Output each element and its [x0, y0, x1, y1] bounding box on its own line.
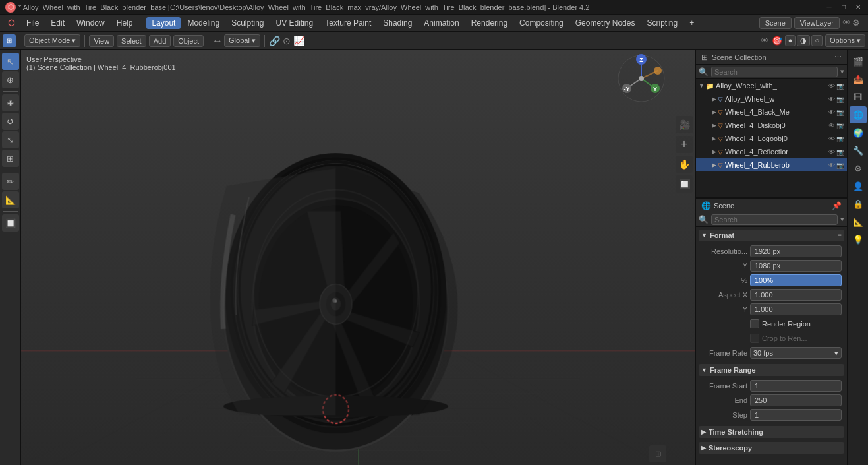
- particles-props-icon[interactable]: 👤: [850, 177, 867, 195]
- viewport-overlay-toggle[interactable]: ⊞: [649, 445, 666, 462]
- frame-rate-dropdown[interactable]: 30 fps ▾: [750, 347, 842, 359]
- zoom-camera-button[interactable]: 🎥: [676, 116, 693, 133]
- viewport[interactable]: User Perspective (1) Scene Collection | …: [21, 50, 695, 465]
- view-layer-props-icon[interactable]: 🎞: [850, 88, 867, 106]
- svg-text:-Y: -Y: [624, 86, 630, 92]
- menu-edit[interactable]: Edit: [45, 17, 70, 29]
- resolution-pct-value[interactable]: 100%: [750, 274, 842, 286]
- menu-uv-editing[interactable]: UV Editing: [271, 17, 319, 29]
- move-view-button[interactable]: ✋: [676, 156, 693, 173]
- move-icon[interactable]: ↔: [212, 35, 223, 47]
- menu-geometry-nodes[interactable]: Geometry Nodes: [570, 17, 641, 29]
- modifier-props-icon[interactable]: ⚙: [850, 160, 867, 177]
- filter-icon[interactable]: ▾: [840, 67, 844, 76]
- window-controls[interactable]: ─ □ ✕: [825, 3, 863, 12]
- proportional-icon[interactable]: ⊙: [283, 36, 291, 46]
- viewlayer-selector[interactable]: ViewLayer: [794, 17, 840, 29]
- props-search-icon: 🔍: [699, 215, 709, 224]
- select-tool-button[interactable]: ↖: [2, 53, 19, 70]
- resolution-y-value[interactable]: 1080 px: [750, 260, 842, 272]
- props-filter-icon[interactable]: ▾: [840, 215, 844, 224]
- outliner-item-black-me[interactable]: ▶ ▽ Wheel_4_Black_Me 👁 📷: [696, 106, 847, 119]
- scene-selector[interactable]: Scene: [759, 17, 792, 29]
- menu-blender[interactable]: ⬡: [3, 17, 20, 29]
- select-menu[interactable]: Select: [117, 35, 146, 47]
- time-stretching-header[interactable]: ▶ Time Stretching: [699, 426, 844, 438]
- object-menu[interactable]: Object: [173, 35, 204, 47]
- transform-selector[interactable]: Global ▾: [224, 34, 260, 47]
- overlay-icon[interactable]: 👁: [761, 36, 769, 46]
- constraints-props-icon[interactable]: 📐: [850, 213, 867, 230]
- menu-compositing[interactable]: Compositing: [514, 17, 569, 29]
- stereoscopy-header[interactable]: ▶ Stereoscopy: [699, 442, 844, 454]
- scale-tool-button[interactable]: ⤡: [2, 131, 19, 148]
- format-menu-icon[interactable]: ≡: [838, 232, 842, 239]
- add-menu[interactable]: Add: [149, 35, 171, 47]
- resolution-x-value[interactable]: 1920 px: [750, 245, 842, 257]
- outliner-scene-collection[interactable]: ▼ 📁 Alloy_Wheel_with_ 👁 📷: [696, 79, 847, 92]
- crop-render-checkbox[interactable]: [750, 334, 759, 343]
- navigation-gizmo[interactable]: Z Y -Y: [617, 54, 666, 104]
- editor-type-button[interactable]: ⊞: [3, 34, 16, 47]
- menu-shading[interactable]: Shading: [378, 17, 417, 29]
- settings-icon[interactable]: ⚙: [852, 18, 860, 28]
- data-props-icon[interactable]: 💡: [850, 231, 867, 248]
- menu-rendering[interactable]: Rendering: [466, 17, 513, 29]
- zoom-in-button[interactable]: +: [676, 136, 693, 153]
- aspect-x-value[interactable]: 1.000: [750, 289, 842, 301]
- minimize-button[interactable]: ─: [825, 3, 834, 12]
- outliner-search-input[interactable]: [711, 67, 838, 77]
- menu-help[interactable]: Help: [111, 17, 138, 29]
- world-props-icon[interactable]: 🌍: [850, 124, 867, 141]
- aspect-y-value[interactable]: 1.000: [750, 303, 842, 315]
- viewport-shading-rendered[interactable]: ○: [811, 35, 823, 46]
- orbit-view-button[interactable]: 🔲: [676, 175, 693, 193]
- snap-icon[interactable]: 🔗: [269, 36, 280, 46]
- output-props-icon[interactable]: 📤: [850, 71, 867, 88]
- outliner-item-rubberobj[interactable]: ▶ ▽ Wheel_4_Rubberob 👁 📷: [696, 158, 847, 171]
- render-region-checkbox[interactable]: [750, 319, 759, 328]
- mode-selector[interactable]: Object Mode ▾: [24, 34, 80, 47]
- viewport-shading-solid[interactable]: ●: [785, 35, 796, 46]
- pin-icon[interactable]: 📌: [832, 201, 842, 210]
- rotate-tool-button[interactable]: ↺: [2, 113, 19, 130]
- menu-animation[interactable]: Animation: [419, 17, 464, 29]
- gizmo-icon[interactable]: 🎯: [772, 36, 782, 46]
- outliner-item-alloy-wheel[interactable]: ▶ ▽ Alloy_Wheel_w 👁 📷: [696, 92, 847, 106]
- maximize-button[interactable]: □: [839, 3, 848, 12]
- measure-tool-button[interactable]: 📐: [2, 191, 19, 208]
- view-icon[interactable]: 👁: [842, 18, 851, 28]
- options-button[interactable]: Options ▾: [825, 34, 865, 47]
- viewport-shading-material[interactable]: ◑: [797, 35, 810, 46]
- menu-add-workspace[interactable]: +: [684, 17, 699, 29]
- graph-icon[interactable]: 📈: [293, 36, 304, 46]
- outliner-options[interactable]: ⋯: [834, 53, 842, 61]
- outliner-item-reflector[interactable]: ▶ ▽ Wheel_4_Reflectior 👁 📷: [696, 145, 847, 158]
- format-section-header[interactable]: ▼ Format ≡: [699, 230, 844, 241]
- menu-layout[interactable]: Layout: [146, 17, 181, 29]
- menu-sculpting[interactable]: Sculpting: [226, 17, 269, 29]
- menu-modeling[interactable]: Modeling: [182, 17, 225, 29]
- close-button[interactable]: ✕: [854, 3, 863, 12]
- frame-end-value[interactable]: 250: [750, 394, 842, 406]
- object-props-icon[interactable]: 🔧: [850, 142, 867, 159]
- cursor-tool-button[interactable]: ⊕: [2, 71, 19, 88]
- frame-start-value[interactable]: 1: [750, 380, 842, 392]
- view-menu[interactable]: View: [89, 35, 114, 47]
- transform-tool-button[interactable]: ⊞: [2, 150, 19, 167]
- render-props-icon[interactable]: 🎬: [850, 53, 867, 70]
- menu-texture-paint[interactable]: Texture Paint: [320, 17, 376, 29]
- outliner-item-diskobj[interactable]: ▶ ▽ Wheel_4_Diskobj0 👁 📷: [696, 119, 847, 132]
- annotate-tool-button[interactable]: ✏: [2, 173, 19, 190]
- physics-props-icon[interactable]: 🔒: [850, 195, 867, 212]
- menu-scripting[interactable]: Scripting: [641, 17, 683, 29]
- properties-search-input[interactable]: [711, 214, 838, 225]
- outliner-item-logoobj[interactable]: ▶ ▽ Wheel_4_Logoobj0 👁 📷: [696, 132, 847, 145]
- frame-step-value[interactable]: 1: [750, 409, 842, 421]
- scene-props-icon[interactable]: 🌐: [850, 106, 867, 123]
- move-tool-button[interactable]: ✙: [2, 94, 19, 111]
- menu-window[interactable]: Window: [71, 17, 110, 29]
- add-object-button[interactable]: 🔲: [2, 214, 19, 232]
- menu-file[interactable]: File: [21, 17, 44, 29]
- frame-range-header[interactable]: ▼ Frame Range: [699, 364, 844, 376]
